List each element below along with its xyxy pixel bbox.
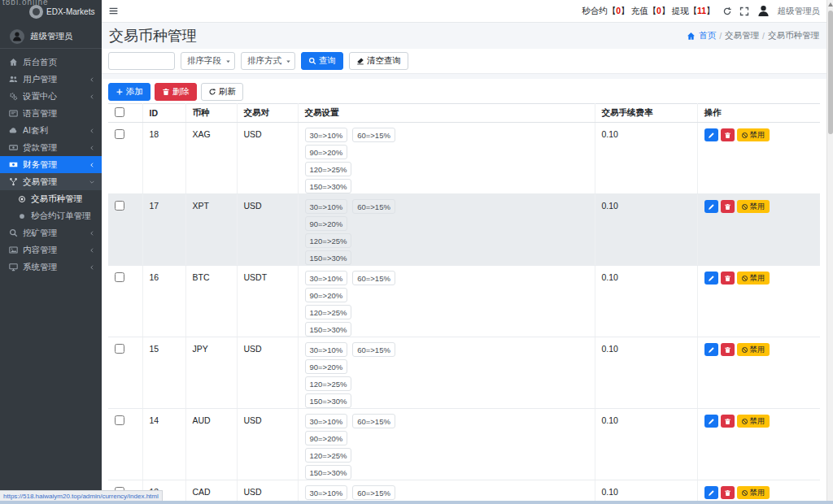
- trade-setting-button[interactable]: 150=>30%: [305, 465, 352, 480]
- sidebar-item-label: 交易币种管理: [31, 193, 95, 205]
- pencil-icon: [708, 203, 715, 211]
- fullscreen-icon[interactable]: [739, 7, 749, 16]
- trade-setting-button[interactable]: 150=>30%: [305, 250, 352, 265]
- disable-button[interactable]: 禁用: [737, 343, 770, 356]
- sidebar-item[interactable]: 内容管理: [0, 241, 102, 259]
- row-checkbox-cell: [108, 194, 142, 266]
- brand[interactable]: EDX-Markets: [0, 5, 102, 19]
- sidebar-user[interactable]: 超级管理员: [0, 24, 102, 49]
- sidebar-item[interactable]: 设置中心: [0, 88, 102, 105]
- sidebar-item-label: 系统管理: [23, 262, 84, 273]
- trade-setting-button[interactable]: 30=>10%: [305, 485, 348, 500]
- trash-icon: [724, 489, 731, 497]
- trade-setting-button[interactable]: 60=>15%: [352, 414, 395, 428]
- sort-field-select[interactable]: 排序字段: [181, 52, 235, 70]
- delete-row-button[interactable]: [721, 200, 735, 213]
- disable-button[interactable]: 禁用: [737, 415, 770, 428]
- trade-setting-button[interactable]: 120=>25%: [305, 233, 352, 248]
- sidebar-item[interactable]: 财务管理: [0, 156, 102, 173]
- disable-button[interactable]: 禁用: [737, 128, 770, 141]
- page-scrollbar[interactable]: [826, 0, 833, 504]
- trade-setting-button[interactable]: 60=>15%: [352, 485, 395, 500]
- row-checkbox[interactable]: [115, 201, 124, 211]
- topbar-avatar-icon[interactable]: [757, 4, 770, 18]
- edit-button[interactable]: [704, 486, 718, 499]
- sidebar-item[interactable]: 交易币种管理: [0, 190, 102, 207]
- trade-setting-button[interactable]: 120=>25%: [305, 376, 352, 391]
- refresh-icon[interactable]: [722, 7, 732, 16]
- delete-row-button[interactable]: [721, 415, 735, 428]
- sidebar-item-icon: [9, 126, 18, 135]
- search-input[interactable]: [108, 52, 175, 70]
- trade-setting-button[interactable]: 90=>20%: [305, 359, 348, 374]
- trade-setting-button[interactable]: 150=>30%: [305, 179, 352, 193]
- sidebar-item[interactable]: AI套利: [0, 122, 102, 139]
- disable-button[interactable]: 禁用: [737, 486, 770, 499]
- trade-setting-button[interactable]: 30=>10%: [305, 271, 348, 285]
- row-checkbox[interactable]: [115, 272, 124, 282]
- delete-button[interactable]: 删除: [155, 83, 197, 101]
- chevron-down-icon: [285, 58, 292, 65]
- sidebar-item[interactable]: 后台首页: [0, 54, 102, 71]
- menu-toggle-icon[interactable]: [108, 6, 119, 16]
- sidebar-item[interactable]: 语言管理: [0, 105, 102, 122]
- trade-setting-button[interactable]: 90=>20%: [305, 288, 348, 302]
- edit-button[interactable]: [704, 415, 718, 428]
- trade-setting-button[interactable]: 60=>15%: [352, 271, 395, 285]
- trade-setting-button[interactable]: 30=>10%: [305, 128, 348, 142]
- sidebar-item-label: 财务管理: [23, 159, 84, 171]
- sidebar-item-icon: [9, 58, 18, 67]
- sidebar-item-icon: [9, 263, 18, 272]
- delete-row-button[interactable]: [721, 486, 735, 499]
- row-checkbox[interactable]: [115, 344, 124, 354]
- edit-button[interactable]: [704, 272, 718, 285]
- sidebar-item-icon: [9, 177, 18, 186]
- edit-button[interactable]: [704, 343, 718, 356]
- refresh-button[interactable]: 刷新: [201, 83, 243, 101]
- edit-button[interactable]: [704, 200, 718, 213]
- sidebar-item[interactable]: 挖矿管理: [0, 224, 102, 241]
- sidebar-item[interactable]: 秒合约订单管理: [0, 207, 102, 224]
- sidebar-item[interactable]: 用户管理: [0, 71, 102, 88]
- trade-setting-button[interactable]: 150=>30%: [305, 393, 352, 408]
- scrollbar-thumb[interactable]: [828, 11, 833, 134]
- ban-icon: [741, 275, 748, 282]
- query-button[interactable]: 查询: [301, 52, 343, 70]
- clear-query-button[interactable]: 清空查询: [349, 52, 408, 70]
- sidebar-item[interactable]: 交易管理: [0, 173, 102, 190]
- breadcrumb-item[interactable]: 首页: [699, 30, 716, 41]
- trade-setting-button[interactable]: 30=>10%: [305, 199, 348, 214]
- disable-button[interactable]: 禁用: [737, 200, 770, 213]
- row-checkbox[interactable]: [115, 415, 124, 425]
- sidebar-item[interactable]: 系统管理: [0, 259, 102, 276]
- delete-row-button[interactable]: [721, 128, 735, 141]
- breadcrumb: 首页/交易管理/交易币种管理: [687, 30, 819, 41]
- add-button[interactable]: 添加: [108, 83, 150, 101]
- disable-button[interactable]: 禁用: [737, 272, 770, 285]
- trade-setting-button[interactable]: 120=>25%: [305, 305, 352, 319]
- cell-pair: USD: [237, 409, 298, 480]
- trade-setting-button[interactable]: 90=>20%: [305, 431, 348, 445]
- topbar-user-name[interactable]: 超级管理员: [778, 6, 821, 17]
- row-checkbox[interactable]: [115, 129, 124, 139]
- delete-row-button[interactable]: [721, 343, 735, 356]
- sidebar-item[interactable]: 贷款管理: [0, 139, 102, 156]
- sort-field-label: 排序字段: [187, 55, 221, 67]
- trade-setting-button[interactable]: 120=>25%: [305, 448, 352, 463]
- select-all-checkbox[interactable]: [115, 107, 124, 117]
- trade-setting-button[interactable]: 60=>15%: [352, 342, 395, 357]
- trade-setting-button[interactable]: 150=>30%: [305, 322, 352, 337]
- scrollbar-up-arrow[interactable]: [828, 2, 833, 7]
- trade-setting-button[interactable]: 60=>15%: [352, 199, 395, 214]
- delete-row-button[interactable]: [721, 272, 735, 285]
- edit-button[interactable]: [704, 128, 718, 141]
- trade-setting-button[interactable]: 60=>15%: [352, 128, 395, 142]
- trade-setting-button[interactable]: 120=>25%: [305, 162, 352, 176]
- trade-setting-button[interactable]: 90=>20%: [305, 216, 348, 231]
- trade-setting-button[interactable]: 30=>10%: [305, 414, 348, 428]
- sidebar-item-label: 挖矿管理: [23, 228, 84, 239]
- pencil-icon: [708, 275, 715, 282]
- trade-setting-button[interactable]: 90=>20%: [305, 145, 348, 159]
- sort-order-select[interactable]: 排序方式: [241, 52, 295, 70]
- trade-setting-button[interactable]: 30=>10%: [305, 342, 348, 357]
